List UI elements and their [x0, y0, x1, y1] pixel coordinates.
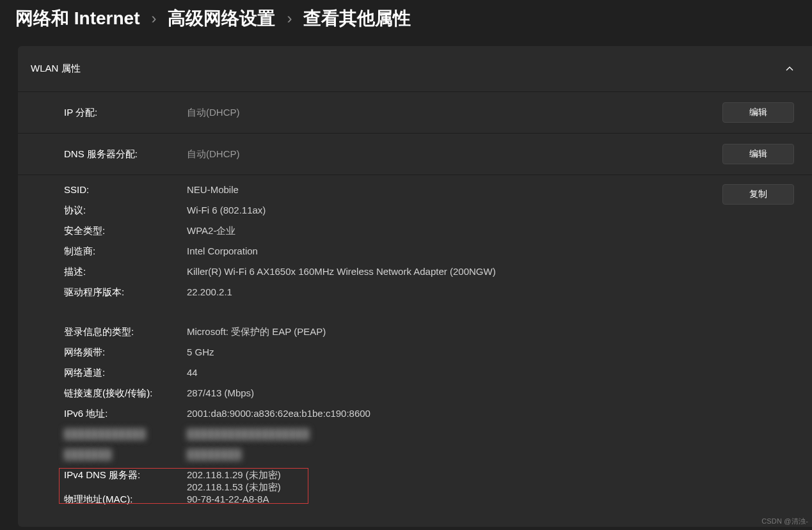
panel-title: WLAN 属性: [31, 63, 81, 75]
row-redacted-2: ███████ ████████: [64, 449, 794, 469]
row-ipv6: IPv6 地址: 2001:da8:9000:a836:62ea:b1be:c1…: [64, 408, 794, 428]
chevron-right-icon: ›: [151, 10, 156, 27]
watermark: CSDN @清浊-: [761, 517, 808, 526]
value-manufacturer: Intel Corporation: [187, 246, 794, 256]
label-protocol: 协议:: [64, 205, 187, 217]
label-mac: 物理地址(MAC):: [64, 494, 187, 506]
value-redacted-2: ████████: [187, 449, 794, 460]
value-redacted-1: ██████████████████: [187, 428, 794, 439]
row-manufacturer: 制造商: Intel Corporation: [64, 246, 794, 266]
breadcrumb-advanced[interactable]: 高级网络设置: [168, 6, 275, 31]
value-link-speed: 287/413 (Mbps): [187, 387, 794, 398]
breadcrumb: 网络和 Internet › 高级网络设置 › 查看其他属性: [0, 0, 812, 46]
copy-button[interactable]: 复制: [722, 184, 794, 205]
value-description: Killer(R) Wi-Fi 6 AX1650x 160MHz Wireles…: [187, 266, 794, 277]
row-driver-version: 驱动程序版本: 22.200.2.1: [64, 286, 794, 307]
chevron-right-icon: ›: [287, 10, 292, 27]
row-mac: 物理地址(MAC): 90-78-41-22-A8-8A: [64, 494, 794, 514]
row-security: 安全类型: WPA2-企业: [64, 225, 794, 246]
value-protocol: Wi-Fi 6 (802.11ax): [187, 205, 794, 215]
value-login-type: Microsoft: 受保护的 EAP (PEAP): [187, 326, 794, 338]
label-description: 描述:: [64, 266, 187, 278]
chevron-up-icon: [785, 65, 794, 74]
label-ipv6: IPv6 地址:: [64, 408, 187, 420]
label-link-speed: 链接速度(接收/传输):: [64, 387, 187, 400]
wlan-properties-panel: WLAN 属性 IP 分配: 自动(DHCP) 编辑 DNS 服务器分配: 自动…: [18, 46, 812, 527]
dns-assignment-value: 自动(DHCP): [187, 148, 722, 160]
label-manufacturer: 制造商:: [64, 246, 187, 258]
ip-assignment-row: IP 分配: 自动(DHCP) 编辑: [18, 92, 812, 134]
row-ipv4-dns: IPv4 DNS 服务器: 202.118.1.29 (未加密) 202.118…: [64, 469, 794, 494]
value-ipv4-dns: 202.118.1.29 (未加密) 202.118.1.53 (未加密): [187, 469, 794, 494]
row-login-type: 登录信息的类型: Microsoft: 受保护的 EAP (PEAP): [64, 326, 794, 347]
dns-assignment-label: DNS 服务器分配:: [64, 148, 187, 160]
label-security: 安全类型:: [64, 225, 187, 237]
panel-header[interactable]: WLAN 属性: [18, 46, 812, 92]
label-redacted-2: ███████: [64, 449, 187, 460]
row-channel: 网络通道: 44: [64, 367, 794, 387]
value-ipv6: 2001:da8:9000:a836:62ea:b1be:c190:8600: [187, 408, 794, 419]
row-protocol: 协议: Wi-Fi 6 (802.11ax): [64, 205, 794, 225]
label-driver-version: 驱动程序版本:: [64, 286, 187, 299]
value-ssid: NEU-Mobile: [187, 184, 794, 195]
value-mac: 90-78-41-22-A8-8A: [187, 494, 794, 504]
details-section: 复制 SSID: NEU-Mobile 协议: Wi-Fi 6 (802.11a…: [18, 175, 812, 527]
label-ipv4-dns: IPv4 DNS 服务器:: [64, 469, 187, 481]
breadcrumb-current: 查看其他属性: [303, 6, 411, 31]
row-description: 描述: Killer(R) Wi-Fi 6 AX1650x 160MHz Wir…: [64, 266, 794, 286]
value-security: WPA2-企业: [187, 225, 794, 237]
label-channel: 网络通道:: [64, 367, 187, 379]
label-login-type: 登录信息的类型:: [64, 326, 187, 338]
row-band: 网络频带: 5 GHz: [64, 347, 794, 367]
edit-dns-button[interactable]: 编辑: [722, 144, 794, 164]
value-band: 5 GHz: [187, 347, 794, 357]
ip-assignment-value: 自动(DHCP): [187, 107, 722, 119]
value-driver-version: 22.200.2.1: [187, 286, 794, 297]
label-ssid: SSID:: [64, 184, 187, 195]
row-redacted-1: ████████████ ██████████████████: [64, 428, 794, 449]
edit-ip-button[interactable]: 编辑: [722, 102, 794, 123]
row-ssid: SSID: NEU-Mobile: [64, 184, 794, 205]
label-redacted-1: ████████████: [64, 428, 187, 439]
ip-assignment-label: IP 分配:: [64, 107, 187, 119]
breadcrumb-network[interactable]: 网络和 Internet: [15, 6, 139, 31]
row-link-speed: 链接速度(接收/传输): 287/413 (Mbps): [64, 387, 794, 408]
dns-assignment-row: DNS 服务器分配: 自动(DHCP) 编辑: [18, 134, 812, 175]
label-band: 网络频带:: [64, 347, 187, 359]
value-channel: 44: [187, 367, 794, 378]
